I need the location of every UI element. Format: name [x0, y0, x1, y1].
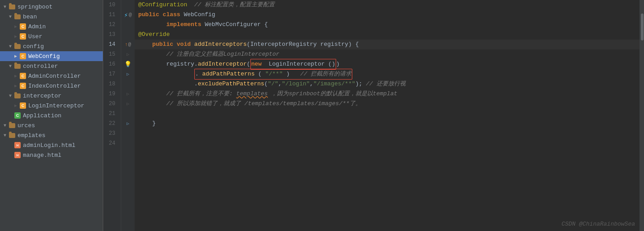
code-line-18: . excludePathPatterns ( "/" , "/login" ,…: [135, 79, 640, 89]
code-token: WebConfig: [184, 10, 215, 20]
bulb-icon: 💡: [124, 61, 131, 68]
code-token: addInterceptors: [194, 40, 247, 49]
triangle2-icon: ▷: [127, 71, 129, 77]
line-num-13: 13: [103, 30, 118, 40]
line-num-12: 12: [103, 20, 118, 30]
gutter-13: [121, 30, 135, 40]
folder-icon: [8, 122, 16, 129]
code-token: .: [195, 71, 199, 77]
sidebar-item-interceptor[interactable]: ▼ interceptor: [0, 91, 103, 101]
sidebar-item-templates[interactable]: ▼ emplates: [0, 130, 103, 140]
code-line-23: [135, 129, 640, 138]
sidebar-item-label: manage.html: [23, 152, 61, 159]
code-line-20: // 所以添加就错了，就成了 /templates/templates/imag…: [135, 99, 640, 109]
sidebar-item-label: Application: [23, 112, 61, 119]
line-num-21: 21: [103, 109, 118, 119]
class-icon: C: [19, 102, 27, 109]
line-num-24: 24: [103, 138, 118, 148]
code-token: // 还要放行视: [366, 79, 405, 89]
sidebar-item-label: WebConfig: [28, 53, 60, 60]
arrow-icon: ▼: [7, 14, 13, 19]
sidebar-item-admincontroller[interactable]: ▶ C AdminController: [0, 71, 103, 81]
line-num-23: 23: [103, 129, 118, 138]
code-token: implements: [166, 20, 205, 30]
arrow-icon: ▼: [2, 123, 8, 128]
sidebar-item-bean[interactable]: ▼ bean: [0, 12, 103, 22]
sidebar-item-config[interactable]: ▼ config: [0, 41, 103, 51]
triangle2-icon: ▷: [127, 121, 129, 126]
arrow-icon: ▶: [13, 34, 19, 39]
sidebar-item-webconfig[interactable]: ▶ C WebConfig: [0, 51, 103, 61]
code-token: // 所以添加就错了，就成了 /templates/templates/imag…: [138, 99, 361, 109]
code-token: (): [328, 61, 335, 67]
scrollbar[interactable]: [640, 0, 644, 231]
code-line-24: [135, 138, 640, 148]
sidebar-item-label: config: [23, 43, 44, 50]
code-token: WebMvcConfigurer: [205, 20, 261, 30]
scrollbar-thumb[interactable]: [641, 13, 644, 40]
folder-icon: [13, 43, 22, 49]
code-token: @Override: [138, 30, 170, 40]
sidebar-item-label: interceptor: [23, 93, 61, 99]
code-token: @Configuration: [138, 0, 187, 10]
gutter-23: [121, 129, 135, 138]
arrow-icon: ▶: [13, 83, 19, 89]
class-icon: C: [19, 23, 27, 30]
code-line-15: // 注册自定义拦截器LoginInterceptor: [135, 49, 640, 59]
code-token: }: [138, 119, 156, 129]
code-token: "/login": [282, 79, 310, 89]
arrow-icon: ▼: [2, 133, 8, 138]
line-num-10: 10: [103, 0, 118, 10]
code-token: [138, 20, 166, 30]
folder-icon: [13, 63, 22, 69]
gutter-21: [121, 109, 135, 119]
code-editor: 10 11 12 13 14 15 16 17 18 19 20 21 22 2…: [103, 0, 644, 231]
gutter-11: ⚡ @: [121, 10, 135, 20]
arrow-icon: ▶: [13, 73, 19, 79]
sidebar-item-label: urces: [18, 122, 35, 129]
line-num-11: 11: [103, 10, 118, 20]
sidebar-item-label: LoginInterceptor: [28, 102, 84, 109]
sidebar-item-admin[interactable]: ▶ C Admin: [0, 22, 103, 31]
code-line-17: . addPathPatterns ( "/**" ) // 拦截所有的请求: [135, 69, 640, 79]
code-token: (: [247, 59, 250, 69]
line-num-15: 15: [103, 49, 118, 59]
class-icon: C: [19, 83, 27, 89]
gutter-18: [121, 79, 135, 89]
gutter-24: [121, 138, 135, 148]
arrow-icon: ▶: [13, 103, 19, 108]
sidebar-item-application[interactable]: ▶ C Application: [0, 111, 103, 120]
code-line-21: [135, 109, 640, 119]
folder-icon: [13, 93, 22, 99]
sidebar-item-adminlogin[interactable]: ▶ H adminLogin.html: [0, 140, 103, 150]
folder-icon: [13, 13, 22, 20]
code-line-16: registry. addInterceptor ( new LoginInte…: [135, 59, 640, 69]
sidebar-item-user[interactable]: ▶ C User: [0, 31, 103, 41]
sidebar-item-resources[interactable]: ▼ urces: [0, 120, 103, 130]
sidebar-item-manage[interactable]: ▶ H manage.html: [0, 150, 103, 160]
class-icon: C: [19, 33, 27, 40]
code-token: .: [138, 79, 198, 89]
arrow-icon: ▶: [13, 53, 19, 59]
line-num-22: 22: [103, 119, 118, 129]
arrow-icon: ▼: [7, 44, 13, 49]
code-token: (: [264, 79, 268, 89]
code-token: new: [251, 61, 265, 67]
code-token: // 注册自定义拦截器LoginInterceptor: [138, 49, 280, 59]
gutter-20: ▷: [121, 99, 135, 109]
sidebar-item-indexcontroller[interactable]: ▶ C IndexController: [0, 81, 103, 91]
sidebar-item-springboot[interactable]: ▼ springboot: [0, 2, 103, 12]
gutter-10: [121, 0, 135, 10]
code-token: public void: [138, 40, 194, 49]
sidebar-item-label: emplates: [18, 132, 45, 139]
gutter-16: 💡: [121, 59, 135, 69]
code-token: ): [286, 71, 294, 77]
sidebar-item-controller[interactable]: ▼ controller: [0, 61, 103, 71]
at-sign: @: [128, 42, 131, 47]
code-token: ，因为sprinboot的默认配置，就是以templat: [268, 89, 398, 99]
sidebar-item-label: bean: [23, 13, 37, 20]
gutter: ⚡ @ ↑ @ ▷ 💡 ▷ ▷ ▷: [121, 0, 135, 231]
code-token: ,: [278, 79, 282, 89]
triangle-icon: ▷: [127, 52, 129, 57]
sidebar-item-logininterceptor[interactable]: ▶ C LoginInterceptor: [0, 101, 103, 111]
